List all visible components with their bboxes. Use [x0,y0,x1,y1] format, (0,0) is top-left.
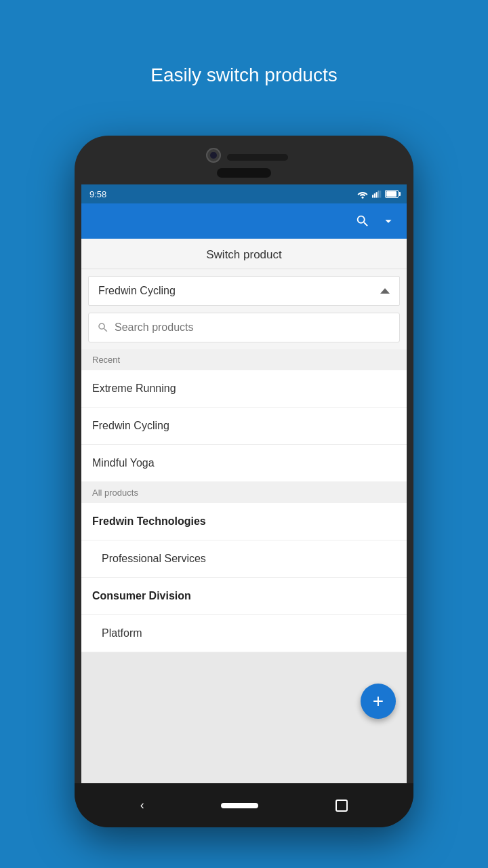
svg-rect-2 [374,193,375,197]
product-selector[interactable]: Fredwin Cycling [88,276,400,306]
search-input[interactable] [115,321,391,334]
fab-plus-icon: + [373,692,384,711]
battery-icon [385,190,399,198]
list-item-professional-services[interactable]: Professional Services [81,540,407,578]
list-item-platform[interactable]: Platform [81,615,407,652]
svg-rect-5 [380,191,381,198]
fab-button[interactable]: + [361,684,396,719]
item-extreme-running: Extreme Running [92,382,176,394]
group-name-fredwin-technologies: Fredwin Technologies [92,515,206,527]
dropdown-icon[interactable] [381,214,396,229]
group-consumer-division[interactable]: Consumer Division [81,578,407,615]
app-bar [81,203,407,239]
switch-product-header: Switch product [81,239,407,269]
signal-icon [372,189,382,199]
svg-rect-4 [378,191,379,198]
svg-rect-1 [372,195,373,197]
search-field-icon [97,321,109,334]
svg-point-0 [362,197,364,199]
phone-frame: 9:58 [75,136,413,827]
item-fredwin-cycling: Fredwin Cycling [92,420,169,431]
list-item[interactable]: Extreme Running [81,370,407,408]
speaker [227,154,288,161]
camera [206,148,221,163]
page-title: Easily switch products [0,64,488,86]
svg-rect-3 [376,192,378,197]
nav-back-button[interactable]: ‹ [140,798,144,812]
status-bar: 9:58 [81,184,407,203]
item-platform: Platform [102,627,142,639]
item-mindful-yoga: Mindful Yoga [92,457,155,469]
recent-section-label: Recent [81,349,407,370]
status-time: 9:58 [89,189,106,199]
list-item[interactable]: Mindful Yoga [81,445,407,482]
search-container [88,313,400,342]
nav-recent-button[interactable] [336,800,348,812]
list-item[interactable]: Fredwin Cycling [81,408,407,445]
search-icon[interactable] [355,214,370,229]
screen-content: Switch product Fredwin Cycling Recent Ex… [81,239,407,652]
nav-home-button[interactable] [221,803,258,808]
phone-screen: 9:58 [81,184,407,783]
group-fredwin-technologies[interactable]: Fredwin Technologies [81,503,407,540]
wifi-icon [357,189,369,199]
switch-product-title: Switch product [92,248,396,262]
chevron-up-icon [380,288,390,294]
all-products-section-label: All products [81,482,407,503]
group-name-consumer-division: Consumer Division [92,590,191,601]
status-icons [357,189,399,199]
item-professional-services: Professional Services [102,553,206,564]
earpiece [217,168,271,178]
bottom-nav-bar: ‹ [75,783,413,827]
selected-product-text: Fredwin Cycling [98,285,176,297]
